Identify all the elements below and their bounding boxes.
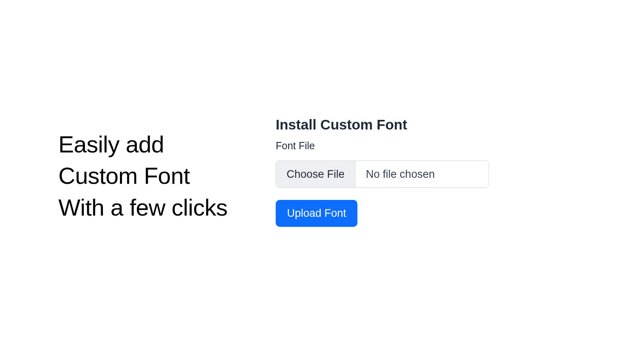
font-file-label: Font File [276,140,489,152]
left-column: Easily add Custom Font With a few clicks [58,117,264,227]
upload-font-button[interactable]: Upload Font [276,200,357,227]
tagline-line-3: With a few clicks [58,192,264,223]
file-input[interactable]: Choose File No file chosen [276,160,489,188]
choose-file-button[interactable]: Choose File [276,161,355,187]
tagline-line-2: Custom Font [58,160,264,191]
section-heading: Install Custom Font [276,117,489,133]
main-container: Easily add Custom Font With a few clicks… [58,117,481,227]
tagline-line-1: Easily add [58,129,264,160]
file-status-text: No file chosen [355,161,489,187]
right-column: Install Custom Font Font File Choose Fil… [264,117,489,227]
tagline: Easily add Custom Font With a few clicks [58,129,264,223]
